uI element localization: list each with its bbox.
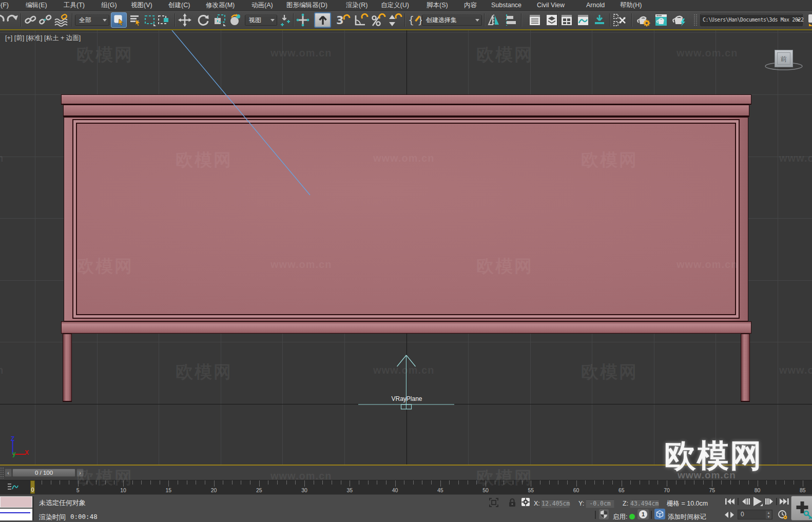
- menu-item-2[interactable]: 工具(T): [64, 0, 85, 10]
- next-frame-playback-button[interactable]: [765, 497, 774, 506]
- unlink-icon[interactable]: [38, 13, 52, 27]
- time-tag-cube-button[interactable]: [654, 509, 665, 519]
- viewport-label[interactable]: [+] [前] [标准] [粘土 + 边面]: [5, 34, 81, 43]
- menu-item-16[interactable]: 帮助(H): [620, 0, 642, 10]
- scene-converter-icon[interactable]: [613, 13, 627, 27]
- viewcube[interactable]: 前: [775, 50, 793, 67]
- z-coord-field[interactable]: 43.494cm: [630, 499, 659, 508]
- toggle-ribbon-icon[interactable]: [545, 13, 558, 27]
- time-configuration-icon[interactable]: [778, 510, 788, 520]
- scene-explorer-icon[interactable]: [560, 13, 573, 27]
- keyboard-shortcut-override-button[interactable]: [314, 12, 331, 28]
- select-and-place-icon[interactable]: [228, 13, 242, 27]
- named-selection-sets-combo[interactable]: 创建选择集: [422, 15, 482, 26]
- menu-item-3[interactable]: 组(G): [101, 0, 117, 10]
- headboard-bottom-rail[interactable]: [61, 321, 751, 334]
- curve-editor-icon[interactable]: [576, 13, 590, 27]
- ruler-label: 30: [297, 487, 312, 493]
- use-pivot-point-center-icon[interactable]: [279, 13, 293, 27]
- next-frame-button[interactable]: ›: [76, 469, 84, 477]
- select-and-manipulate-icon[interactable]: [296, 13, 310, 27]
- ruler-tick: [440, 480, 441, 487]
- select-by-name-icon[interactable]: [129, 13, 142, 27]
- previous-frame-button[interactable]: ‹: [5, 469, 12, 477]
- toolbar-separator: [404, 13, 405, 27]
- time-slider-grip[interactable]: [0, 467, 4, 478]
- time-slider-handle[interactable]: 0 / 100: [12, 469, 75, 477]
- rectangular-selection-region-icon[interactable]: [143, 13, 157, 27]
- select-and-move-icon[interactable]: [178, 13, 191, 27]
- menu-item-12[interactable]: 内容: [464, 0, 477, 10]
- isolate-selection-icon[interactable]: [489, 498, 498, 507]
- selection-lock-icon[interactable]: [508, 498, 516, 507]
- add-time-tag-label[interactable]: 添加时间标记: [668, 513, 706, 521]
- go-to-end-button[interactable]: [779, 497, 790, 506]
- menu-item-13[interactable]: Substance: [491, 0, 521, 10]
- set-keys-button[interactable]: [791, 496, 812, 520]
- render-time-value: 0:00:48: [70, 513, 98, 520]
- toolbar-grip[interactable]: [693, 14, 697, 27]
- menu-item-0[interactable]: 文件(F): [0, 0, 9, 10]
- layer-explorer-icon[interactable]: [528, 13, 542, 27]
- mini-curve-editor-icon[interactable]: [7, 482, 18, 492]
- menu-item-15[interactable]: Arnold: [586, 0, 605, 10]
- maxscript-mini-listener[interactable]: [0, 496, 34, 520]
- x-coord-field[interactable]: 12.405cm: [541, 499, 570, 508]
- headboard-panel[interactable]: [76, 123, 736, 315]
- percent-snap-icon[interactable]: [371, 13, 386, 27]
- menu-item-9[interactable]: 渲染(R): [346, 0, 368, 10]
- menu-item-4[interactable]: 视图(V): [131, 0, 152, 10]
- menu-item-6[interactable]: 修改器(M): [206, 0, 235, 10]
- headboard-top-cap[interactable]: [61, 94, 751, 105]
- select-and-rotate-icon[interactable]: [197, 13, 210, 27]
- ruler-tick: [187, 480, 187, 485]
- select-and-link-icon[interactable]: [24, 13, 37, 27]
- reference-coordinate-combo[interactable]: 视图: [245, 15, 277, 26]
- mirror-icon[interactable]: [487, 13, 500, 27]
- clipped-toolbar-icon[interactable]: [807, 13, 812, 27]
- bind-to-space-warp-icon[interactable]: [53, 13, 69, 27]
- scripting-line[interactable]: [0, 509, 32, 520]
- viewport-front[interactable]: [+] [前] [标准] [粘土 + 边面] VRayPlane 前 Z X y: [0, 29, 812, 466]
- select-and-scale-icon[interactable]: [213, 13, 226, 27]
- selection-filter-combo[interactable]: 全部: [75, 15, 109, 26]
- menu-item-1[interactable]: 编辑(E): [26, 0, 47, 10]
- current-frame-field[interactable]: 0 ▲ ▼: [738, 510, 772, 519]
- spinner-up-icon[interactable]: ▲: [766, 511, 771, 515]
- macro-recorder-line[interactable]: [0, 496, 32, 508]
- track-bar[interactable]: 510152025303540455055606570758085 0: [0, 480, 812, 494]
- align-icon[interactable]: [504, 13, 517, 27]
- headboard-right-leg[interactable]: [741, 334, 750, 402]
- snaps-toggle-icon[interactable]: 3: [335, 13, 351, 27]
- menu-item-11[interactable]: 脚本(S): [427, 0, 448, 10]
- spinner-down-icon[interactable]: ▼: [766, 515, 771, 519]
- menu-item-14[interactable]: Civil View: [537, 0, 565, 10]
- headboard-left-leg[interactable]: [63, 334, 72, 402]
- menu-item-10[interactable]: 自定义(U): [381, 0, 409, 10]
- menu-item-5[interactable]: 创建(C): [168, 0, 190, 10]
- safe-scene-shield-button[interactable]: [599, 509, 609, 519]
- menu-item-8[interactable]: 图形编辑器(D): [286, 0, 327, 10]
- project-folder-combo[interactable]: C:\Users\Han\Documents\3ds Max 2022: [700, 14, 803, 26]
- render-production-icon[interactable]: [672, 13, 687, 27]
- edit-named-selection-sets-icon[interactable]: { }: [408, 13, 422, 27]
- redo-icon[interactable]: [5, 13, 18, 27]
- y-coord-field[interactable]: -0.0cm: [586, 499, 614, 508]
- menu-item-7[interactable]: 动画(A): [252, 0, 273, 10]
- select-object-button[interactable]: [111, 12, 127, 28]
- headboard-frame[interactable]: [64, 117, 748, 321]
- viewcube-front-face[interactable]: 前: [777, 52, 790, 65]
- window-crossing-icon[interactable]: [157, 13, 170, 27]
- schematic-view-icon[interactable]: [593, 13, 606, 27]
- counter-badge-button[interactable]: 1: [637, 509, 649, 519]
- absolute-mode-icon[interactable]: [521, 497, 530, 507]
- key-mode-toggle[interactable]: [724, 511, 734, 518]
- rendered-frame-window-icon[interactable]: [654, 13, 668, 27]
- render-setup-icon[interactable]: [636, 13, 651, 27]
- previous-frame-playback-button[interactable]: [741, 497, 750, 506]
- angle-snap-icon[interactable]: [353, 13, 369, 27]
- spinner-snap-icon[interactable]: [387, 13, 402, 27]
- go-to-start-button[interactable]: [724, 497, 736, 506]
- play-button[interactable]: [751, 496, 764, 507]
- headboard-molding-strip[interactable]: [63, 105, 749, 117]
